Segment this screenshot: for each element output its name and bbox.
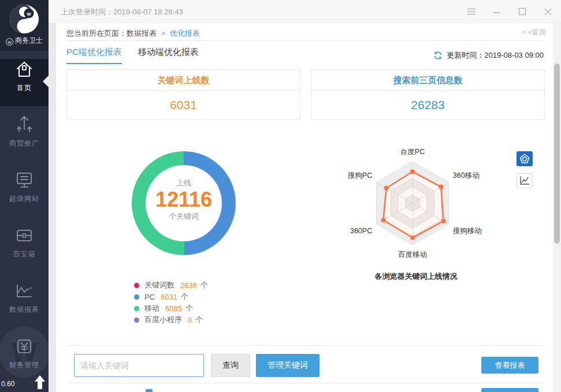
- tab-pc-report[interactable]: PC端优化报表: [66, 47, 122, 64]
- svg-text:w: w: [26, 11, 31, 17]
- legend-dot-miniprogram: [134, 318, 139, 323]
- donut-label-top: 上线: [146, 178, 222, 188]
- legend-unit: 个: [185, 303, 193, 313]
- website-icon: [13, 170, 35, 191]
- donut-total-value: 12116: [146, 188, 222, 211]
- window-controls: [466, 0, 553, 23]
- keyword-search-input[interactable]: [74, 354, 204, 377]
- sidebar-item-label: 百宝箱: [13, 250, 36, 258]
- legend-unit: 个: [181, 292, 188, 302]
- sidebar-item-website[interactable]: 超级网站: [0, 170, 49, 217]
- brand-badge-icon: w: [6, 38, 13, 46]
- legend-label: PC: [144, 293, 155, 301]
- sidebar-item-reports[interactable]: 数据报表: [0, 281, 49, 328]
- stat-card-value: 26283: [311, 91, 544, 120]
- watermark-logo: W: [0, 323, 53, 381]
- legend-item-miniprogram: 百度小程序 0 个: [134, 314, 208, 326]
- radar-axis-label: 360移动: [453, 171, 480, 180]
- sidebar-item-home[interactable]: 首页: [0, 59, 49, 106]
- scrollbar-track[interactable]: [553, 23, 561, 392]
- legend-value: 6031: [161, 293, 177, 301]
- clipped-next-section-text: [146, 389, 153, 392]
- scrollbar-thumb[interactable]: [554, 64, 560, 244]
- radar-axis-label: 搜狗PC: [348, 171, 372, 180]
- home-icon: [13, 59, 35, 80]
- svg-text:W: W: [12, 337, 37, 367]
- app-window: { "app": { "brand": "商务卫士", "version": "…: [0, 0, 561, 392]
- legend-value: 6085: [165, 304, 182, 313]
- scroll-top-arrow-icon[interactable]: [34, 375, 46, 390]
- brand: w商务卫士: [0, 36, 49, 46]
- sidebar-item-label: 超级网站: [9, 195, 39, 203]
- refresh-icon[interactable]: [433, 51, 443, 60]
- radar-view-toggle[interactable]: [517, 151, 533, 166]
- last-login-label: 上次登录时间：2019-08-07 18:28:43: [61, 7, 183, 17]
- stat-card-keywords-online: 关键词上线数 6031: [66, 69, 300, 120]
- menu-icon[interactable]: [466, 6, 477, 17]
- legend-label: 关键词数: [144, 280, 174, 290]
- legend-value: 0: [188, 316, 192, 324]
- line-view-toggle[interactable]: [517, 173, 533, 188]
- minimize-icon[interactable]: [492, 6, 502, 17]
- breadcrumb: 您当前所在页面：数据报表 > 优化报表: [66, 28, 200, 39]
- stat-card-top3-info: 搜索前三页信息数 26283: [311, 69, 545, 120]
- radar-axis-label: 百度移动: [398, 251, 427, 259]
- legend-dot-pc: [134, 294, 139, 300]
- view-report-button[interactable]: 查看报表: [481, 357, 538, 374]
- legend-dot-keywords: [134, 283, 139, 288]
- sidebar-item-toolbox[interactable]: 百宝箱: [0, 225, 49, 272]
- radar-axis-label: 搜狗移动: [453, 227, 482, 235]
- promotion-icon: [13, 114, 35, 135]
- view-report-button-next[interactable]: [481, 388, 538, 392]
- radar-chart-title: 各浏览器关键词上线情况: [335, 271, 497, 282]
- legend-unit: 个: [195, 315, 203, 325]
- donut-center: 上线 12116 个关键词: [146, 165, 222, 241]
- stat-card-title: 搜索前三页信息数: [311, 70, 544, 91]
- brand-label: 商务卫士: [15, 36, 43, 44]
- version-label: 0.60: [1, 380, 14, 388]
- breadcrumb-separator: >: [161, 29, 166, 38]
- sidebar-header: w w商务卫士: [0, 0, 49, 51]
- breadcrumb-section: 数据报表: [127, 29, 157, 38]
- legend-value: 2636: [180, 281, 197, 290]
- sidebar-item-label: 数据报表: [9, 305, 39, 313]
- section-divider: [66, 345, 545, 346]
- stat-card-title: 关键词上线数: [67, 70, 300, 91]
- close-icon[interactable]: [543, 6, 553, 17]
- radar-axis-label: 360PC: [350, 227, 372, 235]
- update-time-label: 更新时间：2019-08-03 09:00: [447, 50, 544, 61]
- update-time-row: 更新时间：2019-08-03 09:00: [433, 50, 544, 61]
- radar-axis-label: 百度PC: [400, 149, 425, 156]
- active-item-notch: [43, 76, 49, 87]
- sidebar-item-label: 商贸推广: [9, 139, 39, 147]
- main-panel: < <返回 您当前所在页面：数据报表 > 优化报表 PC端优化报表 移动端优化报…: [56, 23, 553, 392]
- stat-card-value: 6031: [67, 91, 300, 120]
- radar-chart: 百度PC360移动搜狗移动百度移动360PC搜狗PC: [335, 149, 497, 282]
- sidebar-item-promotion[interactable]: 商贸推广: [0, 114, 49, 162]
- legend-dot-mobile: [134, 306, 139, 311]
- maximize-icon[interactable]: [517, 6, 527, 17]
- donut-legend: 关键词数 2636 个 PC 6031 个 移动 6085 个 百度小程序 0 …: [134, 279, 208, 326]
- titlebar: 上次登录时间：2019-08-07 18:28:43: [49, 0, 561, 23]
- legend-item-mobile: 移动 6085 个: [134, 303, 208, 314]
- back-link[interactable]: < <返回: [522, 28, 546, 38]
- tab-mobile-report[interactable]: 移动端优化报表: [138, 47, 199, 64]
- donut-label-bottom: 个关键词: [146, 211, 222, 222]
- manage-keywords-button[interactable]: 管理关键词: [256, 354, 319, 377]
- sidebar: w w商务卫士 首页 商贸推广: [0, 0, 49, 392]
- query-button[interactable]: 查询: [211, 354, 250, 377]
- legend-label: 移动: [144, 303, 159, 313]
- sidebar-item-label: 首页: [17, 84, 32, 92]
- breadcrumb-current[interactable]: 优化报表: [170, 29, 200, 38]
- breadcrumb-prefix: 您当前所在页面：: [66, 29, 127, 38]
- bottom-divider: [66, 383, 545, 383]
- report-icon: [13, 281, 35, 301]
- legend-item-pc: PC 6031 个: [134, 291, 208, 303]
- report-tabs: PC端优化报表 移动端优化报表: [66, 47, 199, 64]
- app-logo-icon: w: [8, 3, 40, 38]
- toolbox-icon: [13, 225, 35, 246]
- donut-chart: 上线 12116 个关键词: [132, 151, 236, 255]
- breadcrumb-divider: [66, 40, 545, 41]
- legend-item-keywords: 关键词数 2636 个: [134, 279, 208, 291]
- legend-unit: 个: [200, 280, 208, 290]
